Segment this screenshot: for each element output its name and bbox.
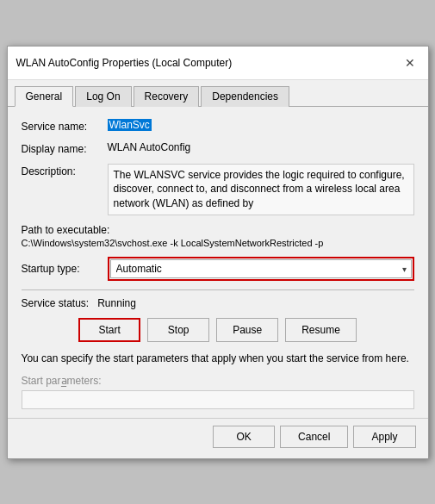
- path-value: C:\Windows\system32\svchost.exe -k Local…: [22, 238, 414, 248]
- service-name-row: Service name: WlanSvc: [22, 119, 414, 133]
- cancel-button[interactable]: Cancel: [280, 426, 348, 448]
- tab-bar: General Log On Recovery Dependencies: [8, 80, 428, 107]
- service-name-label: Service name:: [22, 119, 108, 133]
- pause-button[interactable]: Pause: [216, 318, 278, 342]
- ok-button[interactable]: OK: [213, 426, 275, 448]
- divider-1: [22, 289, 414, 290]
- service-name-value: WlanSvc: [108, 119, 414, 131]
- stop-button[interactable]: Stop: [147, 318, 209, 342]
- content-inner: Service name: WlanSvc Display name: WLAN…: [22, 119, 414, 409]
- display-name-value: WLAN AutoConfig: [108, 141, 414, 153]
- apply-button[interactable]: Apply: [353, 426, 415, 448]
- description-label: Description:: [22, 164, 108, 177]
- service-status-row: Service status: Running: [22, 297, 414, 309]
- window-title: WLAN AutoConfig Properties (Local Comput…: [16, 57, 233, 69]
- startup-type-label: Startup type:: [22, 263, 108, 275]
- bottom-buttons: OK Cancel Apply: [8, 418, 428, 458]
- tab-content: Service name: WlanSvc Display name: WLAN…: [8, 107, 428, 418]
- note-text: You can specify the start parameters tha…: [22, 351, 414, 366]
- tab-general[interactable]: General: [15, 86, 74, 107]
- tab-logon[interactable]: Log On: [75, 86, 131, 107]
- service-name-highlighted: WlanSvc: [108, 119, 152, 131]
- startup-select-container: Automatic Manual Disabled ▾: [110, 259, 412, 278]
- resume-button[interactable]: Resume: [285, 318, 357, 342]
- title-bar: WLAN AutoConfig Properties (Local Comput…: [8, 47, 428, 80]
- path-section: Path to executable: C:\Windows\system32\…: [22, 224, 414, 248]
- properties-window: WLAN AutoConfig Properties (Local Comput…: [7, 46, 429, 459]
- display-name-label: Display name:: [22, 141, 108, 155]
- service-control-buttons: Start Stop Pause Resume: [22, 318, 414, 342]
- startup-select-wrapper: Automatic Manual Disabled ▾: [108, 257, 414, 281]
- service-status-value: Running: [97, 297, 136, 309]
- path-label: Path to executable:: [22, 224, 414, 236]
- start-params-input[interactable]: [22, 390, 414, 409]
- startup-type-row: Startup type: Automatic Manual Disabled …: [22, 257, 414, 281]
- tab-recovery[interactable]: Recovery: [134, 86, 200, 107]
- description-row: Description: The WLANSVC service provide…: [22, 164, 414, 215]
- close-button[interactable]: ✕: [401, 53, 419, 72]
- tab-dependencies[interactable]: Dependencies: [201, 86, 289, 107]
- start-button[interactable]: Start: [78, 318, 140, 342]
- startup-type-select[interactable]: Automatic Manual Disabled: [110, 259, 412, 278]
- display-name-row: Display name: WLAN AutoConfig: [22, 141, 414, 155]
- description-value: The WLANSVC service provides the logic r…: [108, 164, 414, 215]
- service-status-label: Service status:: [22, 297, 90, 309]
- start-params-label: Start para̲meters:: [22, 375, 414, 387]
